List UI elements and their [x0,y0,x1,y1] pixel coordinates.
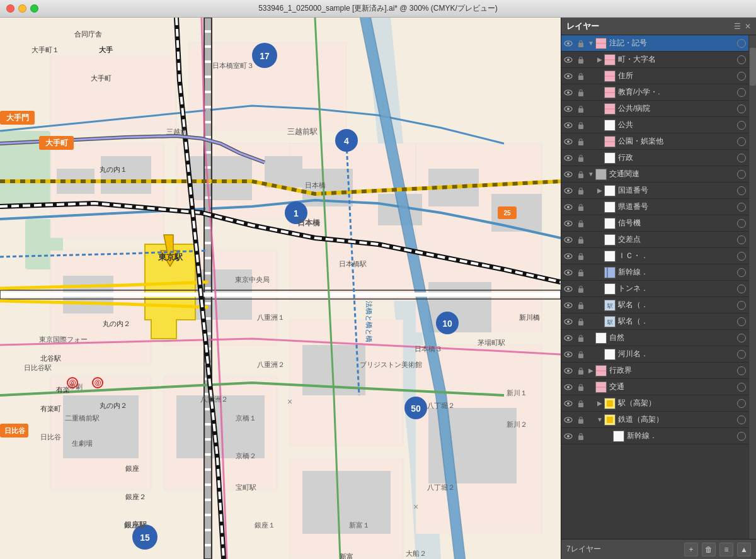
panel-close-icon[interactable]: ✕ [745,22,751,31]
layer-row[interactable]: ▶駅（高架） [561,395,748,412]
layer-row[interactable]: 駅駅名（． [561,297,748,313]
layer-lock-icon[interactable] [575,318,587,325]
layer-expand-icon[interactable]: ▶ [595,56,604,63]
new-layer-button[interactable]: + [684,543,698,556]
layer-visibility-icon[interactable] [561,384,575,390]
close-button[interactable] [6,4,14,13]
layer-lock-icon[interactable] [575,432,587,440]
panel-menu-icon[interactable]: ☰ [734,22,741,31]
layer-row[interactable]: 交通 [561,379,748,395]
layer-lock-icon[interactable] [575,171,587,178]
layer-lock-icon[interactable] [575,220,587,227]
layer-visibility-icon[interactable] [561,155,575,161]
layer-visibility-icon[interactable] [561,171,575,178]
layer-visibility-icon[interactable] [561,57,575,63]
layer-lock-icon[interactable] [575,89,587,96]
layer-lock-icon[interactable] [575,121,587,129]
layer-lock-icon[interactable] [575,154,587,162]
layer-visibility-icon[interactable] [561,335,575,341]
layer-visibility-icon[interactable] [561,351,575,358]
layer-visibility-icon[interactable] [561,400,575,407]
layer-lock-icon[interactable] [575,72,587,80]
layer-lock-icon[interactable] [575,383,587,391]
layer-lock-icon[interactable] [575,334,587,342]
layer-expand-icon[interactable]: ▶ [587,367,595,374]
scroll-thumb[interactable] [750,48,756,86]
layer-row[interactable]: ▶町・大字名 [561,52,748,68]
layer-lock-icon[interactable] [575,236,587,244]
layer-visibility-icon[interactable] [561,286,575,292]
map-area[interactable]: 17 1 4 10 50 15 大手門 大手町 日比谷 [0,18,561,559]
layer-row[interactable]: ▼注記・記号 [561,35,748,52]
layer-row[interactable]: 信号機 [561,215,748,232]
layer-row[interactable]: 公共 [561,117,748,133]
layer-row[interactable]: 新幹線． [561,264,748,281]
layer-row[interactable]: 行政 [561,150,748,166]
layer-row[interactable]: ▼鉄道（高架） [561,412,748,428]
layer-row[interactable]: ＩＣ・． [561,248,748,264]
layer-row[interactable]: 河川名． [561,346,748,363]
layer-visibility-icon[interactable] [561,89,575,96]
layer-options-button[interactable]: ≡ [719,543,733,556]
layer-visibility-icon[interactable] [561,73,575,79]
layer-visibility-icon[interactable] [561,122,575,128]
layer-lock-icon[interactable] [575,203,587,211]
layer-move-up-button[interactable]: ▲ [737,543,751,556]
svg-rect-156 [578,239,583,244]
delete-layer-button[interactable]: 🗑 [702,543,716,556]
layer-visibility-icon[interactable] [561,368,575,374]
layer-lock-icon[interactable] [575,269,587,276]
layer-lock-icon[interactable] [575,40,587,47]
layer-lock-icon[interactable] [575,138,587,145]
layers-scrollbar[interactable] [748,35,756,539]
layer-visibility-icon[interactable] [561,269,575,276]
maximize-button[interactable] [30,4,38,13]
layer-row[interactable]: 教育/小学・. [561,84,748,101]
layer-row[interactable]: 県道番号 [561,199,748,215]
layer-row[interactable]: トンネ． [561,281,748,297]
layer-visibility-icon[interactable] [561,302,575,308]
layer-expand-icon[interactable]: ▼ [595,416,604,423]
layer-visibility-icon[interactable] [561,106,575,112]
layer-row[interactable]: 自然 [561,330,748,346]
layer-visibility-icon[interactable] [561,204,575,210]
layer-lock-icon[interactable] [575,302,587,309]
svg-rect-180 [578,337,583,342]
layer-color-indicator [737,235,746,244]
layer-lock-icon[interactable] [575,400,587,407]
svg-text:駅: 駅 [607,303,613,309]
layer-name-label: 駅（高架） [618,398,735,409]
layer-visibility-icon[interactable] [561,40,575,47]
layer-lock-icon[interactable] [575,416,587,424]
layer-lock-icon[interactable] [575,351,587,358]
layer-visibility-icon[interactable] [561,188,575,194]
layer-lock-icon[interactable] [575,367,587,375]
layer-visibility-icon[interactable] [561,220,575,227]
layer-visibility-icon[interactable] [561,417,575,423]
layer-row[interactable]: 公園・娯楽他 [561,133,748,150]
layer-expand-icon[interactable]: ▼ [587,171,595,178]
layer-lock-icon[interactable] [575,252,587,260]
layer-lock-icon[interactable] [575,285,587,293]
layer-visibility-icon[interactable] [561,138,575,145]
layer-lock-icon[interactable] [575,56,587,64]
layer-row[interactable]: 交差点 [561,232,748,248]
layer-lock-icon[interactable] [575,105,587,113]
layer-row[interactable]: 新幹線． [561,428,748,444]
layer-lock-icon[interactable] [575,187,587,195]
layer-visibility-icon[interactable] [561,253,575,259]
layer-visibility-icon[interactable] [561,237,575,243]
svg-point-174 [567,320,570,323]
layer-visibility-icon[interactable] [561,433,575,439]
layer-expand-icon[interactable]: ▶ [595,187,604,194]
layer-row[interactable]: 公共/病院 [561,101,748,117]
layer-row[interactable]: ▶国道番号 [561,183,748,199]
layer-row[interactable]: 駅駅名（． [561,313,748,330]
minimize-button[interactable] [18,4,26,13]
layer-row[interactable]: 住所 [561,68,748,84]
layer-row[interactable]: ▶行政界 [561,363,748,379]
layer-row[interactable]: ▼交通関連 [561,166,748,183]
layer-visibility-icon[interactable] [561,319,575,325]
layer-expand-icon[interactable]: ▼ [587,40,595,47]
layer-expand-icon[interactable]: ▶ [595,400,604,407]
